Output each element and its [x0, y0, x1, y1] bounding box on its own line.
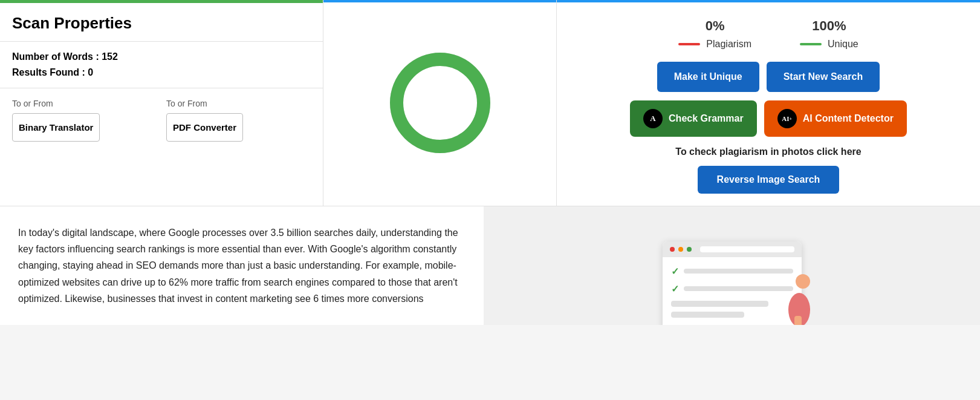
main-action-buttons: Make it Unique Start New Search — [575, 62, 962, 92]
unique-legend: 100% Unique — [800, 18, 858, 50]
start-new-search-button[interactable]: Start New Search — [767, 62, 880, 92]
unique-line — [800, 43, 822, 45]
plagiarism-legend: 0% Plagiarism — [678, 18, 751, 50]
svg-rect-4 — [794, 316, 802, 325]
ai-icon: AI+ — [777, 109, 797, 128]
scan-properties-title: Scan Properties — [0, 3, 323, 42]
browser-titlebar — [663, 241, 802, 257]
check-line-2 — [684, 286, 793, 291]
translator-section: To or From Binary Translator To or From … — [0, 88, 323, 151]
make-unique-button[interactable]: Make it Unique — [657, 62, 759, 92]
check-line-1 — [684, 269, 793, 274]
article-text-panel: In today's digital landscape, where Goog… — [0, 206, 484, 325]
article-text: In today's digital landscape, where Goog… — [18, 225, 466, 307]
binary-group: To or From Binary Translator — [12, 98, 157, 142]
illustration-panel: ✓ ✓ — [484, 206, 980, 325]
person-silhouette — [777, 270, 814, 325]
plagiarism-indicator: Plagiarism — [678, 39, 751, 50]
results-panel: 0% Plagiarism 100% Unique Make it Unique… — [557, 0, 980, 206]
browser-content-line-2 — [671, 312, 744, 318]
word-count: Number of Words : 152 — [12, 51, 311, 62]
browser-check-row-2: ✓ — [671, 283, 793, 295]
browser-content-line-1 — [671, 301, 769, 307]
to-from-label-2: To or From — [166, 99, 207, 108]
donut-svg — [383, 45, 498, 160]
results-top-bar — [557, 0, 980, 2]
unique-label: Unique — [828, 39, 858, 50]
browser-address-bar — [700, 246, 794, 252]
plagiarism-photo-text: To check plagiarism in photos click here — [575, 146, 962, 157]
grammar-icon: A — [643, 109, 663, 128]
legend-row: 0% Plagiarism 100% Unique — [575, 18, 962, 50]
browser-dot-orange — [678, 247, 683, 252]
unique-indicator: Unique — [800, 39, 858, 50]
to-from-label-1: To or From — [12, 99, 53, 108]
browser-dot-green — [687, 247, 692, 252]
ai-content-detector-button[interactable]: AI+ AI Content Detector — [764, 100, 907, 137]
chart-panel — [323, 0, 557, 206]
pdf-converter-button[interactable]: PDF Converter — [166, 113, 243, 142]
binary-translator-button[interactable]: Binary Translator — [12, 113, 100, 142]
svg-point-1 — [397, 59, 484, 146]
browser-dot-red — [670, 247, 675, 252]
chart-top-bar — [323, 0, 556, 2]
plagiarism-line — [678, 43, 700, 45]
unique-percent: 100% — [812, 18, 846, 34]
plagiarism-percent: 0% — [706, 18, 725, 34]
check-icon-2: ✓ — [671, 283, 679, 295]
pdf-group: To or From PDF Converter — [166, 98, 311, 142]
scan-stats-box: Number of Words : 152 Results Found : 0 — [0, 42, 323, 88]
donut-chart — [383, 45, 498, 160]
reverse-image-search-button[interactable]: Reverse Image Search — [698, 166, 840, 194]
check-icon-1: ✓ — [671, 266, 679, 277]
grammar-action-row: A Check Grammar AI+ AI Content Detector — [575, 100, 962, 137]
browser-check-row-1: ✓ — [671, 266, 793, 277]
check-grammar-button[interactable]: A Check Grammar — [630, 100, 757, 137]
svg-point-2 — [796, 274, 810, 289]
plagiarism-label: Plagiarism — [706, 39, 751, 50]
browser-illustration: ✓ ✓ — [663, 241, 802, 325]
check-grammar-label: Check Grammar — [669, 113, 744, 124]
ai-detector-label: AI Content Detector — [803, 113, 894, 124]
scan-properties-panel: Scan Properties Number of Words : 152 Re… — [0, 0, 323, 206]
results-found: Results Found : 0 — [12, 67, 311, 78]
